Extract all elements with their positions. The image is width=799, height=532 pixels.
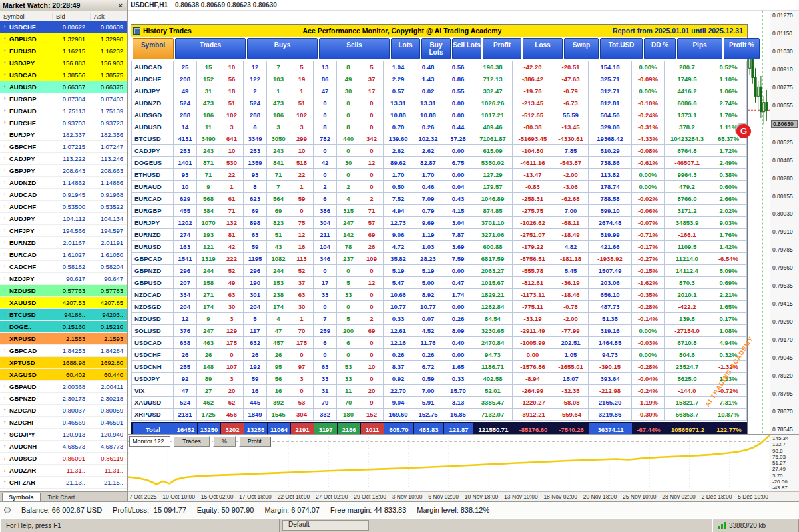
- market-watch-row[interactable]: ↑XAGUSD60.40260.440: [0, 369, 127, 381]
- history-column-header[interactable]: Sells: [319, 38, 390, 59]
- history-cell: 0: [360, 181, 383, 192]
- market-watch-row[interactable]: ↑CHFJPY194.566194.597: [0, 225, 127, 237]
- history-cell: 1070: [197, 217, 220, 228]
- market-watch-row[interactable]: ↑NZDUSD0.577630.57783: [0, 285, 127, 297]
- market-watch-row[interactable]: ↑GBPCAD1.842531.84284: [0, 345, 127, 357]
- history-column-header[interactable]: Tot.USD: [600, 38, 643, 59]
- market-watch-row[interactable]: ↑SGDJPY120.913120.940: [0, 429, 127, 441]
- history-cell: -2751.07: [513, 229, 553, 240]
- history-cell: 2: [244, 85, 266, 97]
- market-watch-row[interactable]: ↑NZDJPY90.61790.647: [0, 273, 127, 285]
- market-watch-row[interactable]: ↑CADJPY113.222113.246: [0, 153, 127, 165]
- market-watch-row[interactable]: ↑EURUSD1.162151.16232: [0, 45, 127, 57]
- tab-symbols[interactable]: Symbols: [2, 493, 41, 501]
- price-axis[interactable]: 0.812700.811500.810300.809100.807750.806…: [770, 11, 799, 434]
- history-cell: -68.11: [553, 217, 588, 228]
- market-watch-row[interactable]: ↑AUDJPY104.112104.134: [0, 213, 127, 225]
- market-watch-row[interactable]: ↑USDCHF0.806220.80639: [0, 21, 127, 33]
- market-watch-row[interactable]: ↑AUDNZD1.148621.14886: [0, 177, 127, 189]
- monitor-trades-button[interactable]: Trades: [174, 436, 210, 447]
- history-cell: -0.03%: [632, 337, 664, 348]
- market-watch-row[interactable]: ↑XAUUSD4207.534207.85: [0, 297, 127, 309]
- market-watch-row[interactable]: ↑EURNZD2.011672.01191: [0, 237, 127, 249]
- market-watch-row[interactable]: ↑USDCAD1.385561.38575: [0, 69, 127, 81]
- market-watch-row[interactable]: ↓AUDZAR11.31..11.31..: [0, 465, 127, 477]
- column-symbol[interactable]: Symbol: [0, 13, 52, 20]
- history-column-header[interactable]: Lots: [391, 38, 420, 59]
- chart-area[interactable]: History Trades Ace Performance Monitor, …: [128, 11, 770, 434]
- history-cell: 247: [197, 325, 220, 336]
- history-cell: -4330.61: [553, 133, 588, 144]
- broker-logo-icon: G: [736, 124, 751, 138]
- history-column-header[interactable]: Profit %: [724, 38, 760, 59]
- column-ask[interactable]: Ask: [90, 13, 128, 20]
- history-cell: 42: [314, 157, 336, 168]
- market-watch-row[interactable]: ↑AUDCHF0.535000.53522: [0, 201, 127, 213]
- history-cell: 71061.87: [473, 133, 512, 144]
- market-watch-row[interactable]: ↑XPTUSD1688.981692.80: [0, 357, 127, 369]
- history-row-symbol: GBPNZD: [132, 265, 173, 276]
- history-row-symbol: EURUSD: [132, 241, 173, 252]
- profile-selector[interactable]: Default: [282, 520, 369, 531]
- market-watch-row[interactable]: ↑EURCHF0.937030.93723: [0, 117, 127, 129]
- history-cell: 0: [290, 349, 313, 360]
- market-watch-row[interactable]: ↑EURAUD1.751131.75139: [0, 105, 127, 117]
- history-column-header[interactable]: Swap: [564, 38, 599, 59]
- history-total-cell: 3197: [314, 423, 337, 434]
- market-watch-row[interactable]: ↑CHFZAR21.13..21.15..: [0, 477, 127, 489]
- monitor-profit-button[interactable]: Profit: [239, 436, 270, 447]
- market-watch-row[interactable]: ↑NZDCAD0.800370.80059: [0, 405, 127, 417]
- tick-arrow-icon: ↑: [0, 180, 9, 186]
- tick-arrow-icon: ↑: [0, 240, 9, 246]
- market-watch-row[interactable]: ↑USDJPY156.883156.903: [0, 57, 127, 69]
- monitor-percent-button[interactable]: %: [213, 436, 236, 447]
- connection-status-icon: [4, 507, 11, 513]
- history-column-header[interactable]: Pips: [677, 38, 722, 59]
- market-watch-row[interactable]: ↑DOGE..0.151600.15210: [0, 321, 127, 333]
- history-cell: 52.01: [473, 385, 512, 396]
- monitor-chart[interactable]: Monitor 122. Trades % Profit: [128, 435, 770, 491]
- time-axis[interactable]: 7 Oct 202510 Oct 10:0015 Oct 02:0017 Oct…: [128, 491, 799, 501]
- history-column-header[interactable]: Profit: [483, 38, 521, 59]
- history-cell: -51693.45: [513, 133, 553, 144]
- market-watch-row[interactable]: ↑AUDCNH4.685734.68773: [0, 441, 127, 453]
- history-total-cell: 121.87: [444, 423, 473, 434]
- market-watch-row[interactable]: ↑AUDCAD0.919450.91968: [0, 189, 127, 201]
- history-row-symbol: BTCUSD: [132, 133, 173, 144]
- history-cell: 519.99: [589, 229, 631, 240]
- history-cell: 564: [267, 193, 290, 204]
- close-icon[interactable]: ×: [117, 1, 124, 9]
- market-watch-row[interactable]: ↑GBPJPY208.643208.663: [0, 165, 127, 177]
- history-row-symbol: XAUUSD: [132, 397, 173, 408]
- tick-arrow-icon: ↑: [0, 84, 9, 90]
- history-cell: 332: [314, 409, 336, 420]
- tab-tick-chart[interactable]: Tick Chart: [42, 493, 81, 501]
- history-column-header[interactable]: Symbol: [133, 38, 174, 59]
- history-column-header[interactable]: Trades: [175, 38, 246, 59]
- market-watch-row[interactable]: ↑GBPNZD2.301732.30218: [0, 393, 127, 405]
- history-column-header[interactable]: DD %: [644, 38, 676, 59]
- history-cell: 1082: [267, 253, 290, 264]
- market-watch-row[interactable]: ↑XRPUSD2.15532.1593: [0, 333, 127, 345]
- market-watch-row[interactable]: ↑CADCHF0.581820.58204: [0, 261, 127, 273]
- market-watch-row[interactable]: ↑EURGBP0.873840.87403: [0, 93, 127, 105]
- history-cell: 898: [244, 217, 266, 228]
- history-column-header[interactable]: Buy Lots: [421, 38, 451, 59]
- market-watch-row[interactable]: ↑NZDCHF0.465690.46591: [0, 417, 127, 429]
- symbol-name: SGDJPY: [9, 431, 51, 438]
- history-column-header[interactable]: Sell Lots: [452, 38, 481, 59]
- market-watch-row[interactable]: ↑AUDUSD0.663570.66375: [0, 81, 127, 93]
- bid-value: 1.75113: [51, 107, 89, 115]
- history-cell: 1.10%: [710, 73, 746, 85]
- column-bid[interactable]: Bid: [52, 13, 90, 20]
- market-watch-row[interactable]: ↑EURCAD1.610271.61050: [0, 249, 127, 261]
- market-watch-row[interactable]: ↑BTCUSD94188..94203..: [0, 309, 127, 321]
- market-watch-row[interactable]: ↑EURJPY182.337182.356: [0, 129, 127, 141]
- history-column-header[interactable]: Loss: [523, 38, 563, 59]
- market-watch-row[interactable]: ↑GBPCHF1.072151.07247: [0, 141, 127, 153]
- market-watch-row[interactable]: ↑GBPAUD2.003682.00411: [0, 381, 127, 393]
- history-column-header[interactable]: Buys: [247, 38, 318, 59]
- market-watch-row[interactable]: ↓AUDSGD0.860910.86119: [0, 453, 127, 465]
- history-cell: -543.87: [553, 157, 588, 168]
- market-watch-row[interactable]: ↑GBPUSD1.329811.32998: [0, 33, 127, 45]
